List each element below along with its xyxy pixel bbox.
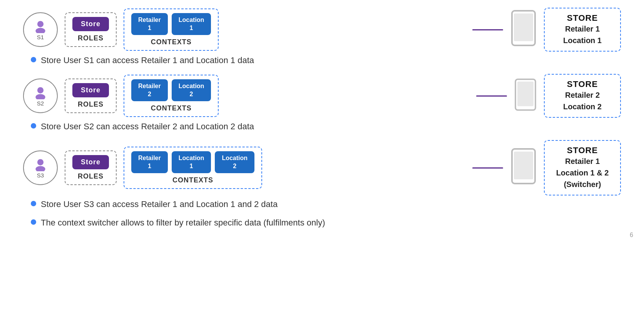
result-store-s1: STORE <box>555 13 609 23</box>
svg-point-9 <box>37 159 43 165</box>
svg-rect-12 <box>514 152 533 179</box>
chip-retailer-2: Retailer2 <box>131 79 168 102</box>
user-icon-s3 <box>33 157 47 171</box>
chip-location-1-s3: Location1 <box>172 151 211 174</box>
chip-location-1: Location1 <box>172 13 211 35</box>
avatar-label-s2: S2 <box>37 100 44 107</box>
contexts-box-s3: Retailer1 Location1 Location2 CONTEXTS <box>124 147 262 189</box>
result-store-s2: STORE <box>555 79 609 89</box>
contexts-chips-s1: Retailer1 Location1 <box>131 13 211 35</box>
roles-label-s2: ROLES <box>78 100 104 109</box>
dash-line-s1 <box>472 29 503 30</box>
avatar-label-s3: S3 <box>37 172 44 179</box>
page-container: { "scenarios": [ { "id": "s1", "avatar_l… <box>0 0 644 244</box>
svg-point-5 <box>37 87 43 93</box>
scenario-2: S2 Store ROLES Retailer2 Location2 CONTE… <box>23 74 621 132</box>
svg-point-6 <box>35 94 45 99</box>
contexts-label-s1: CONTEXTS <box>151 38 192 46</box>
tablet-s1 <box>510 10 537 50</box>
roles-box-s3: Store ROLES <box>65 150 117 185</box>
svg-point-10 <box>35 166 45 171</box>
scenario-1-row: S1 Store ROLES Retailer1 Location1 CONTE… <box>23 8 621 52</box>
user-icon-s1 <box>33 19 47 33</box>
roles-box-s1: Store ROLES <box>65 12 117 47</box>
bullet-text-s1: Store User S1 can access Retailer 1 and … <box>41 55 254 65</box>
contexts-label-s2: CONTEXTS <box>151 104 192 112</box>
store-badge-s3: Store <box>72 155 109 169</box>
bullet-text-s3-2: The context switcher allows to filter by… <box>41 218 325 228</box>
avatar-s1: S1 <box>23 12 58 47</box>
svg-point-1 <box>35 28 45 33</box>
dash-line-s2 <box>476 95 507 97</box>
contexts-label-s3: CONTEXTS <box>172 176 213 184</box>
contexts-chips-s3: Retailer1 Location1 Location2 <box>131 151 254 174</box>
avatar-label-s1: S1 <box>37 34 44 40</box>
result-detail-s1: Retailer 1Location 1 <box>555 23 609 46</box>
bullet-s1: Store User S1 can access Retailer 1 and … <box>31 55 621 65</box>
scenario-2-row: S2 Store ROLES Retailer2 Location2 CONTE… <box>23 74 621 118</box>
scenario-1: S1 Store ROLES Retailer1 Location1 CONTE… <box>23 8 621 65</box>
tablet-s2 <box>514 78 537 114</box>
user-icon-s2 <box>33 85 47 99</box>
roles-label-s1: ROLES <box>78 34 104 42</box>
result-detail-s3: Retailer 1Location 1 & 2(Switcher) <box>555 155 609 190</box>
bullet-s3-2: The context switcher allows to filter by… <box>31 218 621 228</box>
chip-retailer-1-s3: Retailer1 <box>131 151 168 174</box>
result-store-s3: STORE <box>555 145 609 155</box>
bullet-text-s3-1: Store User S3 can access Retailer 1 and … <box>41 199 278 209</box>
tablet-s3 <box>510 148 537 188</box>
bullet-dot-s3-2 <box>31 219 36 225</box>
dash-line-s3 <box>472 167 503 169</box>
svg-point-0 <box>37 21 43 27</box>
result-box-s3: STORE Retailer 1Location 1 & 2(Switcher) <box>544 140 621 195</box>
contexts-chips-s2: Retailer2 Location2 <box>131 79 211 102</box>
bullet-dot-s3-1 <box>31 201 36 206</box>
store-badge-s1: Store <box>72 17 109 31</box>
bullet-s3-1: Store User S3 can access Retailer 1 and … <box>31 199 621 209</box>
scenario-3-row: S3 Store ROLES Retailer1 Location1 Locat… <box>23 140 621 195</box>
roles-box-s2: Store ROLES <box>65 78 117 113</box>
svg-rect-3 <box>514 13 533 41</box>
scenario-3: S3 Store ROLES Retailer1 Location1 Locat… <box>23 140 621 228</box>
contexts-box-s2: Retailer2 Location2 CONTEXTS <box>124 75 219 117</box>
bullet-s2: Store User S2 can access Retailer 2 and … <box>31 122 621 132</box>
result-detail-s2: Retailer 2Location 2 <box>555 89 609 112</box>
svg-rect-8 <box>517 82 534 106</box>
roles-label-s3: ROLES <box>78 172 104 180</box>
page-number: 6 <box>630 232 633 239</box>
avatar-s3: S3 <box>23 150 58 185</box>
bullet-dot-s1 <box>31 57 36 62</box>
result-box-s1: STORE Retailer 1Location 1 <box>544 8 621 52</box>
bullet-text-s2: Store User S2 can access Retailer 2 and … <box>41 122 254 132</box>
chip-location-2-s3: Location2 <box>215 151 254 174</box>
result-box-s2: STORE Retailer 2Location 2 <box>544 74 621 118</box>
avatar-s2: S2 <box>23 78 58 113</box>
chip-location-2: Location2 <box>172 79 211 102</box>
chip-retailer-1: Retailer1 <box>131 13 168 35</box>
bullet-dot-s2 <box>31 123 36 129</box>
store-badge-s2: Store <box>72 83 109 97</box>
contexts-box-s1: Retailer1 Location1 CONTEXTS <box>124 8 219 51</box>
